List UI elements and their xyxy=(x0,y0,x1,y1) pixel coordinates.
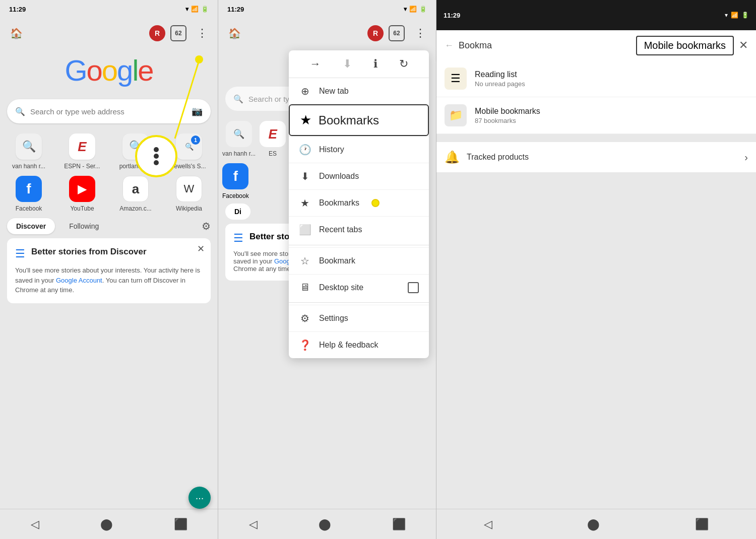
shortcut-wikipedia[interactable]: W Wikipedia xyxy=(164,176,214,212)
discover-tab[interactable]: Discover xyxy=(7,218,55,234)
close-bookmarks-button[interactable]: ✕ xyxy=(739,39,748,52)
info-button[interactable]: ℹ xyxy=(373,57,377,71)
reading-list-title: Reading list xyxy=(475,70,748,79)
downloads-label: Downloads xyxy=(319,172,359,181)
home-icon-mid: 🏠 xyxy=(228,27,241,39)
settings-label: Settings xyxy=(319,314,348,323)
youtube-label: YouTube xyxy=(70,205,94,212)
bookmark-page-menu-item[interactable]: ☆ Bookmark xyxy=(289,247,429,274)
help-feedback-menu-item[interactable]: ❓ Help & feedback xyxy=(289,331,429,358)
recents-nav-right[interactable]: ⬛ xyxy=(695,518,709,531)
desktop-site-menu-item[interactable]: 🖥 Desktop site xyxy=(289,274,429,300)
tracked-arrow-icon: › xyxy=(744,152,748,163)
mobile-bookmarks-item[interactable]: 📁 Mobile bookmarks 87 bookmarks xyxy=(436,97,756,134)
recents-nav-button[interactable]: ⬛ xyxy=(174,518,187,531)
nav-bar-right: ◁ ⬤ ⬛ xyxy=(436,509,756,539)
discover-card-body: You'll see more stories about your inter… xyxy=(15,265,203,295)
three-dot-menu-button[interactable]: ⋮ xyxy=(192,23,212,43)
google-account-link[interactable]: Google Account xyxy=(56,277,102,284)
back-arrow-bookmarks[interactable]: ← xyxy=(445,40,454,51)
recent-tabs-label: Recent tabs xyxy=(319,225,362,234)
shortcut-youtube[interactable]: ▶ YouTube xyxy=(57,176,107,212)
back-nav-right[interactable]: ◁ xyxy=(484,518,492,531)
bookmarks-header: ← Bookma Mobile bookmarks ✕ xyxy=(436,30,756,60)
chrome-toolbar-mid-bg: 🏠 R 62 ⋮ xyxy=(218,18,436,48)
shortcut-amazon[interactable]: a Amazon.c... xyxy=(111,176,160,212)
discover-settings-icon[interactable]: ⚙ xyxy=(202,220,211,232)
reading-list-subtitle: No unread pages xyxy=(475,80,748,88)
qa-label-3: portland w... xyxy=(119,163,152,170)
search-bar[interactable]: 🔍 Search or type web address 📷 xyxy=(7,99,211,123)
mobile-bookmarks-title: Mobile bookmarks xyxy=(644,40,726,51)
amazon-label: Amazon.c... xyxy=(119,205,151,212)
fab-button[interactable]: ··· xyxy=(188,487,211,509)
desktop-site-checkbox[interactable] xyxy=(408,282,419,293)
quick-access-item-3[interactable]: 🔍 portland w... xyxy=(111,133,160,170)
fab-icon: ··· xyxy=(196,492,204,504)
back-nav-button[interactable]: ◁ xyxy=(31,518,39,531)
tracked-products-item[interactable]: 🔔 Tracked products › xyxy=(436,142,756,172)
bookmarks-menu-item[interactable]: ★ Bookmarks xyxy=(289,104,429,136)
camera-search-icon[interactable]: 📷 xyxy=(192,106,203,117)
mobile-bookmarks-item-subtitle: 87 bookmarks xyxy=(475,117,748,124)
mobile-bookmarks-title-box: Mobile bookmarks xyxy=(636,36,734,55)
search-icon: 🔍 xyxy=(15,107,25,116)
home-icon: 🏠 xyxy=(10,27,23,39)
reading-list-text: Reading list No unread pages xyxy=(475,70,748,88)
forward-button[interactable]: → xyxy=(310,57,321,71)
discover-card-header: ☰ Better stories from Discover xyxy=(15,246,203,260)
status-bar-left: 11:29 ▾ 📶 🔋 xyxy=(0,0,218,18)
home-button[interactable]: 🏠 xyxy=(6,23,26,43)
mobile-bookmarks-icon: 📁 xyxy=(445,104,467,126)
amazon-icon: a xyxy=(122,176,149,202)
refresh-button[interactable]: ↻ xyxy=(399,57,408,71)
signal-icon: 📶 xyxy=(191,6,199,13)
quick-access-item-1[interactable]: 🔍 van hanh r... xyxy=(4,133,53,170)
home-nav-right[interactable]: ⬤ xyxy=(587,518,600,531)
close-discover-button[interactable]: ✕ xyxy=(197,243,205,254)
help-icon: ❓ xyxy=(299,339,311,351)
discover-bar: Discover Following ⚙ xyxy=(0,218,218,234)
qa-icon-3: 🔍 xyxy=(122,133,149,160)
qa-label-1: van hanh r... xyxy=(12,163,45,170)
new-tab-menu-item[interactable]: ⊕ New tab xyxy=(289,78,429,104)
bookmarks-list-item[interactable]: ★ Bookmarks xyxy=(289,189,429,216)
bookmarks-list: ☰ Reading list No unread pages 📁 Mobile … xyxy=(436,60,756,134)
bookmark-yellow-dot xyxy=(371,199,380,207)
tabs-count: 62 xyxy=(175,30,181,37)
recent-tabs-menu-item[interactable]: ⬜ Recent tabs xyxy=(289,216,429,243)
bookmarks-list-icon: ★ xyxy=(299,197,311,209)
nav-bar-left: ◁ ⬤ ⬛ xyxy=(0,509,218,539)
shortcuts-grid: f Facebook ▶ YouTube a Amazon.c... W Wik… xyxy=(0,176,218,218)
history-menu-item[interactable]: 🕐 History xyxy=(289,136,429,163)
status-icons-left: ▾ 📶 🔋 xyxy=(185,6,209,13)
settings-icon: ⚙ xyxy=(299,312,311,324)
quick-access-item-2[interactable]: E ESPN - Ser... xyxy=(57,133,107,170)
menu-toolbar-row: → ⬇ ℹ ↻ xyxy=(289,50,429,78)
new-tab-label: New tab xyxy=(319,87,349,96)
downloads-menu-item[interactable]: ⬇ Downloads xyxy=(289,163,429,189)
qa-icon-2: E xyxy=(69,133,95,160)
download-button[interactable]: ⬇ xyxy=(343,57,352,71)
bookmarks-back-label: Bookma xyxy=(459,40,631,51)
shortcut-facebook[interactable]: f Facebook xyxy=(4,176,53,212)
account-avatar[interactable]: R xyxy=(149,25,165,41)
bookmark-page-label: Bookmark xyxy=(319,256,355,265)
recent-tabs-icon: ⬜ xyxy=(299,224,311,236)
quick-access-grid: 🔍 van hanh r... E ESPN - Ser... 🔍 portla… xyxy=(0,127,218,176)
discover-card-heading: Better stories from Discover xyxy=(31,246,147,257)
right-panel: 11:29 ▾ 📶 🔋 ← Bookma Mobile bookmarks ✕ … xyxy=(436,0,756,539)
reading-list-item[interactable]: ☰ Reading list No unread pages xyxy=(436,60,756,97)
bm-divider xyxy=(436,134,756,138)
left-panel: 11:29 ▾ 📶 🔋 🏠 R 62 ⋮ Google 🔍 Search or … xyxy=(0,0,218,539)
home-nav-button[interactable]: ⬤ xyxy=(100,518,113,531)
quick-access-item-4[interactable]: 🔍 1 rewells's S... xyxy=(164,133,214,170)
time-right: 11:29 xyxy=(444,12,460,19)
following-tab[interactable]: Following xyxy=(60,218,108,234)
help-feedback-label: Help & feedback xyxy=(319,341,378,350)
tabs-button[interactable]: 62 xyxy=(170,25,186,41)
dropdown-menu: → ⬇ ℹ ↻ ⊕ New tab ★ Bookmarks 🕐 History … xyxy=(289,50,429,358)
discover-card: ✕ ☰ Better stories from Discover You'll … xyxy=(7,238,211,303)
settings-menu-item[interactable]: ⚙ Settings xyxy=(289,305,429,331)
svg-point-5 xyxy=(195,55,203,63)
